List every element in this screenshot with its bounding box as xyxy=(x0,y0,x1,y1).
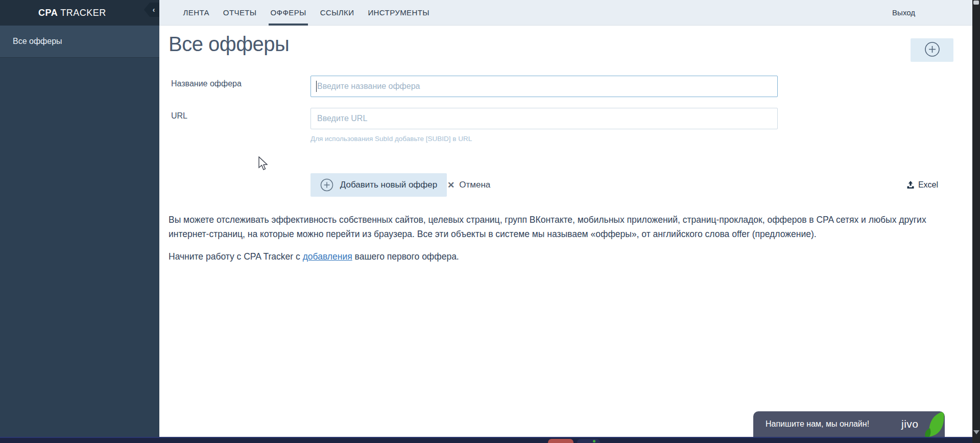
app-logo: CPA TRACKER xyxy=(38,0,106,26)
plus-circle-icon xyxy=(320,178,333,192)
chat-widget[interactable]: Напишите нам, мы онлайн! jivo xyxy=(753,411,945,437)
add-offer-submit-button[interactable]: Добавить новый оффер xyxy=(310,173,447,197)
paragraph2-before: Начните работу с CPA Tracker с xyxy=(169,251,303,262)
url-label: URL xyxy=(171,111,187,121)
url-input[interactable] xyxy=(310,108,778,129)
taskbar-red-button xyxy=(548,439,573,443)
logo-bold: CPA xyxy=(38,8,58,18)
plus-circle-icon xyxy=(924,41,940,59)
tab-ssylki[interactable]: ССЫЛКИ xyxy=(313,0,361,25)
tab-otchety[interactable]: ОТЧЕТЫ xyxy=(216,0,264,25)
sidebar-item-label: Все офферы xyxy=(13,37,62,46)
intro-paragraph: Вы можете отслеживать эффективность собс… xyxy=(169,213,950,241)
sidebar-item-all-offers[interactable]: Все офферы xyxy=(0,26,159,58)
nav-tabs: ЛЕНТА ОТЧЕТЫ ОФФЕРЫ ССЫЛКИ ИНСТРУМЕНТЫ xyxy=(176,0,436,25)
scrollbar-up-button[interactable] xyxy=(973,1,979,5)
logo-rest: TRACKER xyxy=(58,8,106,18)
getting-started-paragraph: Начните работу с CPA Tracker с добавлени… xyxy=(169,249,950,264)
jivo-logo: jivo xyxy=(901,418,919,430)
tab-instrumenty[interactable]: ИНСТРУМЕНТЫ xyxy=(361,0,437,25)
background-taskbar xyxy=(0,437,972,443)
sidebar-collapse-button[interactable]: ‹ xyxy=(144,3,159,17)
offer-name-label: Название оффера xyxy=(171,79,242,88)
page-title: Все офферы xyxy=(169,33,289,56)
subid-hint: Для использования SubId добавьте [SUBID]… xyxy=(310,135,472,143)
chat-message: Напишите нам, мы онлайн! xyxy=(766,419,869,429)
close-icon: ✕ xyxy=(447,180,455,191)
excel-export-button[interactable]: Excel xyxy=(906,173,938,197)
cancel-button[interactable]: ✕ Отмена xyxy=(447,173,490,197)
tab-offery[interactable]: ОФФЕРЫ xyxy=(264,0,313,25)
text-caret xyxy=(316,81,317,92)
paragraph2-after: вашего первого оффера. xyxy=(352,251,459,262)
taskbar-green-dot xyxy=(593,440,595,442)
main-content: Все офферы Название оффера URL Для испол… xyxy=(159,26,972,437)
cancel-label: Отмена xyxy=(459,180,490,190)
jivo-leaf-icon xyxy=(924,411,945,437)
excel-label: Excel xyxy=(918,180,938,190)
add-offer-submit-label: Добавить новый оффер xyxy=(340,180,438,190)
tab-lenta[interactable]: ЛЕНТА xyxy=(176,0,216,25)
top-navigation: ЛЕНТА ОТЧЕТЫ ОФФЕРЫ ССЫЛКИ ИНСТРУМЕНТЫ В… xyxy=(159,0,972,26)
add-offer-top-button[interactable] xyxy=(911,38,953,62)
offer-name-input[interactable] xyxy=(310,76,778,97)
page-scrollbar[interactable] xyxy=(972,0,980,443)
upload-icon xyxy=(906,181,915,189)
chevron-left-icon: ‹ xyxy=(153,6,155,13)
app-window: CPA TRACKER ‹ Все офферы ЛЕНТА ОТЧЕТЫ ОФ… xyxy=(0,0,980,443)
sidebar-header: CPA TRACKER ‹ xyxy=(0,0,159,26)
logout-link[interactable]: Выход xyxy=(892,0,915,25)
taskbar-dark-button xyxy=(577,439,600,443)
sidebar: CPA TRACKER ‹ Все офферы xyxy=(0,0,159,437)
add-offer-link[interactable]: добавления xyxy=(303,251,352,262)
scrollbar-down-arrow-icon[interactable] xyxy=(973,430,979,434)
